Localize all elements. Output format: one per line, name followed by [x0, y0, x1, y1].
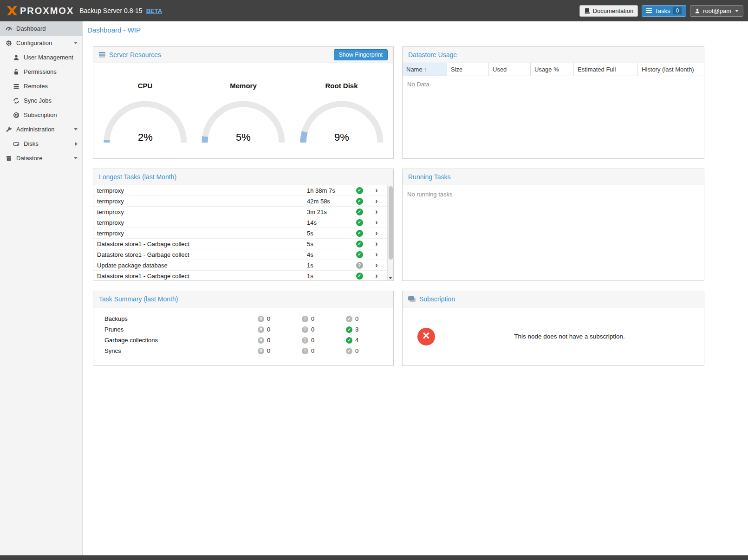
user-menu-button[interactable]: root@pam: [690, 5, 743, 17]
sidebar-item-datastore[interactable]: Datastore: [0, 151, 82, 165]
column-header-used[interactable]: Used: [489, 63, 531, 76]
task-row[interactable]: termproxy 42m 58s: [93, 196, 393, 207]
task-status: [352, 230, 367, 237]
ok-count: 4: [355, 337, 358, 344]
ok-count: 0: [355, 347, 358, 354]
tasks-button[interactable]: Tasks 0: [642, 5, 686, 17]
documentation-button[interactable]: Documentation: [579, 5, 638, 17]
longest-tasks-panel: Longest Tasks (last Month) termproxy 1h …: [93, 169, 394, 281]
column-header-usage-pct[interactable]: Usage %: [531, 63, 574, 76]
column-header-history[interactable]: History (last Month): [638, 63, 704, 76]
scrollbar-thumb[interactable]: [389, 186, 393, 260]
task-row[interactable]: Datastore store1 - Garbage collect 1s: [93, 271, 393, 280]
task-row[interactable]: termproxy 14s: [93, 217, 393, 228]
chevron-right-icon[interactable]: [367, 251, 386, 258]
sidebar-item-user-management[interactable]: User Management: [0, 50, 82, 65]
longest-tasks-list: termproxy 1h 38m 7s termproxy 42m 58s te…: [93, 185, 393, 280]
column-header-name[interactable]: Name: [403, 63, 447, 76]
summary-label: Syncs: [104, 347, 258, 354]
topbar-actions: Documentation Tasks 0 root@pam: [579, 5, 743, 17]
chevron-right-icon[interactable]: [367, 261, 386, 269]
task-row[interactable]: termproxy 5s: [93, 228, 393, 239]
summary-row: Prunes 0 0 3: [93, 324, 393, 335]
task-row[interactable]: termproxy 1h 38m 7s: [93, 185, 393, 196]
user-icon: [695, 8, 700, 14]
show-fingerprint-button[interactable]: Show Fingerprint: [334, 49, 388, 60]
chevron-right-icon[interactable]: [367, 229, 386, 237]
task-summary-header: Task Summary (last Month): [93, 291, 393, 307]
chevron-right-icon[interactable]: [75, 142, 78, 146]
sort-up-icon: [424, 66, 427, 73]
gauges-row: CPU 2% Memory 5%: [93, 63, 393, 146]
product-version: Backup Server 0.8-15: [79, 7, 142, 14]
page-header: Dashboard - WIP: [83, 21, 748, 46]
chevron-down-icon[interactable]: [74, 42, 78, 44]
sidebar-item-label: Datastore: [16, 155, 42, 162]
ok-icon: [346, 337, 352, 344]
server-resources-panel: Server Resources Show Fingerprint CPU 2%…: [93, 46, 394, 159]
task-list-icon: [646, 8, 652, 13]
summary-ok-cell: 3: [346, 326, 390, 333]
sidebar-item-subscription[interactable]: Subscription: [0, 108, 82, 122]
subscription-body: This node does not have a subscription.: [403, 307, 704, 365]
column-header-estimated-full[interactable]: Estimated Full: [574, 63, 638, 76]
sidebar-item-permissions[interactable]: Permissions: [0, 65, 82, 79]
datastore-usage-panel: Datastore Usage Name Size Used Usage %: [402, 46, 704, 159]
beta-link[interactable]: BETA: [146, 7, 162, 14]
chevron-right-icon[interactable]: [367, 219, 386, 226]
chevron-down-icon[interactable]: [74, 157, 78, 159]
chevron-right-icon[interactable]: [367, 208, 386, 215]
summary-error-cell: 0: [258, 326, 302, 333]
task-status: [352, 198, 367, 205]
sidebar-item-disks[interactable]: Disks: [0, 137, 82, 151]
task-row[interactable]: Update package database 1s: [93, 260, 393, 271]
root-disk-gauge: Root Disk 9%: [295, 63, 388, 146]
summary-ok-cell: 0: [346, 315, 390, 322]
task-duration: 14s: [307, 219, 352, 226]
sidebar-item-label: User Management: [24, 54, 73, 61]
task-duration: 5s: [307, 230, 352, 237]
task-name: termproxy: [97, 187, 307, 194]
gears-icon: [6, 40, 12, 46]
sidebar-item-configuration[interactable]: Configuration: [0, 36, 82, 50]
summary-label: Backups: [104, 315, 258, 322]
task-duration: 1s: [307, 262, 352, 269]
task-name: Update package database: [97, 262, 307, 269]
summary-label: Prunes: [104, 326, 258, 333]
gauge-arc: 9%: [298, 97, 386, 145]
running-tasks-empty: No running tasks: [403, 185, 704, 203]
sidebar-item-label: Disks: [24, 140, 39, 147]
sidebar-item-remotes[interactable]: Remotes: [0, 79, 82, 93]
task-row[interactable]: termproxy 3m 21s: [93, 207, 393, 217]
chevron-right-icon[interactable]: [367, 240, 386, 247]
subscription-header: Subscription: [403, 291, 704, 307]
task-row[interactable]: Datastore store1 - Garbage collect 4s: [93, 249, 393, 260]
subscription-title: Subscription: [419, 295, 455, 303]
warning-icon: [302, 348, 308, 354]
status-ok-icon: [356, 241, 363, 247]
chevron-right-icon[interactable]: [367, 197, 386, 205]
summary-warning-cell: 0: [302, 315, 346, 322]
gauge-label: Memory: [197, 82, 290, 90]
datastore-archive-icon: [6, 155, 12, 162]
task-row[interactable]: Datastore store1 - Garbage collect 5s: [93, 239, 393, 249]
summary-error-cell: 0: [258, 337, 302, 344]
chevron-right-icon[interactable]: [367, 187, 386, 194]
chevron-right-icon[interactable]: [367, 272, 386, 280]
datastore-usage-header: Datastore Usage: [403, 47, 704, 63]
no-subscription-error-icon: [417, 328, 435, 345]
ok-icon: [346, 326, 352, 333]
documentation-label: Documentation: [593, 7, 633, 14]
scrollbar-down-arrow-icon[interactable]: [389, 277, 392, 279]
scrollbar[interactable]: [387, 185, 393, 280]
sidebar-item-sync-jobs[interactable]: Sync Jobs: [0, 93, 82, 108]
column-header-size[interactable]: Size: [447, 63, 489, 76]
task-duration: 1h 38m 7s: [307, 187, 352, 194]
longest-tasks-title: Longest Tasks (last Month): [99, 173, 176, 181]
sidebar-item-administration[interactable]: Administration: [0, 122, 82, 137]
chevron-down-icon[interactable]: [74, 128, 78, 130]
task-name: Datastore store1 - Garbage collect: [97, 241, 307, 247]
task-status: [352, 241, 367, 247]
column-label: Estimated Full: [578, 66, 616, 73]
sidebar-item-dashboard[interactable]: Dashboard: [0, 21, 82, 36]
